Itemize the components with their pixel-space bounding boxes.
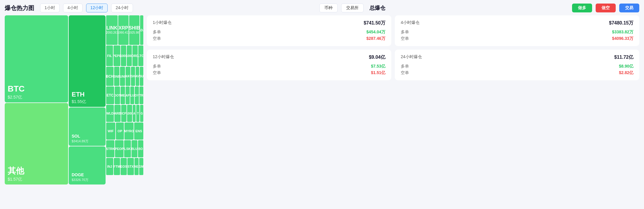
others-cell: 其他 $1.57亿	[5, 103, 68, 184]
myro-cell: MYRO	[124, 123, 134, 140]
bnb-cell: BNB	[114, 67, 120, 86]
time-btn-12h[interactable]: 12小时	[86, 4, 108, 12]
xrp-cell: XRP $1990.41万	[118, 15, 129, 45]
a-cell: A	[133, 105, 136, 122]
ap-cell: AP	[126, 86, 130, 104]
bch-cell: BCH	[106, 67, 114, 86]
bo-cell: BO	[138, 140, 143, 157]
ltc-cell: LTC	[138, 45, 143, 66]
trade-button[interactable]: 交易	[619, 4, 639, 12]
sh-cell: SH	[131, 67, 135, 86]
link-cell: LINK $2093.26万	[106, 15, 118, 45]
mat-cell: MAT	[126, 67, 130, 86]
h12-stats-card: 12小时爆仓 $9.04亿 多单 $7.53亿 空单 $1.51亿	[147, 50, 391, 80]
shib-cell: SHIB $1925.98万	[129, 15, 139, 45]
header: 爆仓热力图 1小时 4小时 12小时 24小时 币种 交易所 总爆仓 做多 做空…	[5, 4, 639, 12]
eth-cell: ETH $1.55亿	[69, 15, 106, 107]
dot-cell: DOT	[115, 86, 120, 104]
stats-bottom-row: 12小时爆仓 $9.04亿 多单 $7.53亿 空单 $1.51亿	[147, 50, 639, 80]
k1000b-cell: 1000	[127, 45, 132, 66]
blu-cell: BLU	[132, 140, 137, 157]
filter-exchange-btn[interactable]: 交易所	[341, 4, 364, 12]
arb-cell: ARB	[114, 105, 121, 122]
stats-panel: 1小时爆仓 $741.50万 多单 $454.04万 空单 $287.46万	[147, 15, 639, 185]
ada-cell: ADA	[140, 15, 143, 45]
h24-stats-card: 24小时爆仓 $11.72亿 多单 $8.90亿 空单 $2.82亿	[395, 50, 639, 80]
pepe-cell: PEPE	[114, 45, 120, 66]
inj-cell: INJ	[106, 158, 113, 175]
eos-cell: EOS	[121, 158, 127, 175]
stx-cell: STX	[127, 158, 134, 175]
ens-cell: ENS	[134, 123, 143, 140]
app-container: 爆仓热力图 1小时 4小时 12小时 24小时 币种 交易所 总爆仓 做多 做空…	[0, 0, 644, 189]
av-cell: AV	[136, 67, 139, 86]
k1000-cell: 1000	[121, 45, 126, 66]
wif-cell: WIF	[106, 123, 115, 140]
lu-cell: LU	[130, 86, 134, 104]
long-button[interactable]: 做多	[572, 4, 592, 12]
lsk-cell: LSK	[124, 140, 131, 157]
fil-cell: FIL	[106, 45, 113, 66]
gm-cell: GM	[139, 158, 143, 175]
h4-stats-card: 4小时爆仓 $7480.15万 多单 $3383.82万 空单 $4096.33…	[395, 15, 639, 46]
h1-stats-card: 1小时爆仓 $741.50万 多单 $454.04万 空单 $287.46万	[147, 15, 391, 46]
me-cell: ME	[121, 86, 125, 104]
doge-cell: DOGE $3326.70万	[69, 146, 106, 184]
uni-cell: UNI	[120, 67, 125, 86]
t-cell: T	[136, 105, 139, 122]
peop-cell: PEOP	[115, 140, 123, 157]
btc-cell: BTC $2.57亿	[5, 15, 68, 102]
section-title: 总爆仓	[369, 4, 385, 12]
page-title: 爆仓热力图	[5, 4, 34, 12]
g-cell: G	[140, 105, 143, 122]
stats-top-row: 1小时爆仓 $741.50万 多单 $454.04万 空单 $287.46万	[147, 15, 639, 46]
ne-cell: NE	[134, 158, 139, 175]
heatmap-area: BTC $2.57亿 其他 $1.57亿 ETH $1.55亿 SOL $341…	[5, 15, 143, 185]
su-cell: SU	[140, 67, 143, 86]
ftm-cell: FTM	[114, 158, 120, 175]
short-button[interactable]: 做空	[596, 4, 616, 12]
ord-cell: ORD	[132, 45, 137, 66]
icp-cell: ICP	[121, 105, 126, 122]
time-btn-4h[interactable]: 4小时	[63, 4, 83, 12]
tr-cell: TR	[139, 86, 143, 104]
strk-cell: STRK	[106, 140, 114, 157]
dy-cell: DY	[135, 86, 139, 104]
wld-cell: WLD	[106, 105, 114, 122]
filter-coin-btn[interactable]: 币种	[319, 4, 338, 12]
op-cell: OP	[116, 123, 124, 140]
sol-cell: SOL $3414.89万	[69, 107, 106, 146]
time-btn-24h[interactable]: 24小时	[111, 4, 133, 12]
k1000c-cell: 1000	[127, 105, 132, 122]
time-btn-1h[interactable]: 1小时	[40, 4, 60, 12]
main-content: BTC $2.57亿 其他 $1.57亿 ETH $1.55亿 SOL $341…	[5, 15, 639, 185]
etc-cell: ETC	[106, 86, 114, 104]
